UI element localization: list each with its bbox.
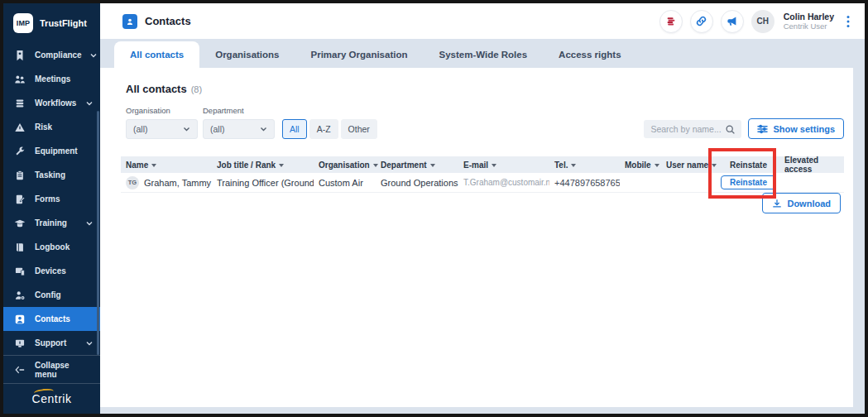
download-button[interactable]: Download (762, 193, 841, 213)
sidebar-item-label: Risk (35, 122, 52, 132)
sidebar-item-label: Logbook (35, 242, 70, 252)
filter-other-button[interactable]: Other (341, 119, 377, 139)
sidebar-item-contacts[interactable]: Contacts (3, 307, 100, 331)
show-settings-button[interactable]: Show settings (748, 118, 844, 139)
sort-caret-icon (492, 164, 496, 167)
training-cap-icon (13, 217, 26, 230)
tab-access-rights[interactable]: Access rights (543, 41, 636, 68)
tasking-clipboard-icon (13, 169, 26, 182)
cell-department: Ground Operations (376, 178, 458, 188)
sidebar-item-risk[interactable]: Risk (3, 115, 100, 139)
collapse-arrow-icon (13, 363, 26, 376)
sidebar-item-label: Forms (35, 194, 60, 204)
list-heading-count: (8) (191, 84, 202, 94)
header-actions: CH Colin Harley Centrik User (659, 10, 855, 33)
sidebar-item-tasking[interactable]: Tasking (3, 163, 100, 187)
department-filter: Department (all) (203, 106, 275, 139)
tab-organisations[interactable]: Organisations (199, 41, 295, 68)
collapse-menu-button[interactable]: Collapse menu (3, 355, 100, 383)
organisation-select-value: (all) (133, 124, 148, 134)
column-header-email[interactable]: E-mail (458, 161, 549, 170)
config-person-gear-icon (13, 289, 26, 302)
sidebar-item-label: Training (35, 218, 67, 228)
organisation-filter: Organisation (all) (126, 106, 198, 139)
sidebar-item-label: Compliance (35, 50, 82, 60)
page-title-wrap: Contacts (122, 14, 191, 29)
column-header-mobile[interactable]: Mobile (620, 161, 661, 170)
red-stripes-icon[interactable] (659, 10, 683, 33)
sidebar-item-label: Support (35, 338, 66, 348)
chevron-down-icon (260, 127, 267, 132)
sidebar-item-label: Contacts (35, 314, 70, 324)
forms-document-icon (13, 193, 26, 206)
column-header-organisation[interactable]: Organisation (314, 161, 376, 170)
risk-triangle-icon (13, 121, 26, 134)
sidebar-scrollbar[interactable] (97, 111, 99, 355)
chevron-down-icon (183, 127, 190, 132)
chevron-down-icon (90, 53, 97, 58)
sidebar-item-meetings[interactable]: Meetings (3, 67, 100, 91)
organisation-filter-label: Organisation (126, 106, 198, 115)
quick-filter-buttons: All A-Z Other (282, 119, 377, 139)
row-avatar: TG (126, 176, 139, 189)
sidebar-item-training[interactable]: Training (3, 211, 100, 235)
sidebar-item-config[interactable]: Config (3, 283, 100, 307)
sidebar-item-compliance[interactable]: Compliance (3, 43, 100, 67)
sidebar-item-label: Equipment (35, 146, 78, 156)
filter-all-button[interactable]: All (282, 119, 307, 139)
kebab-menu-icon[interactable] (842, 12, 855, 31)
column-header-name[interactable]: Name (121, 161, 212, 170)
user-name: Colin Harley (784, 12, 834, 22)
filter-az-button[interactable]: A-Z (309, 119, 338, 139)
reinstate-button[interactable]: Reinstate (721, 175, 776, 189)
sort-caret-icon (655, 164, 659, 167)
link-icon[interactable] (690, 10, 713, 33)
chevron-down-icon (86, 341, 93, 346)
devices-screen-icon (13, 265, 26, 278)
department-filter-label: Department (203, 106, 275, 115)
sidebar-item-workflows[interactable]: Workflows (3, 91, 100, 115)
cell-email: T.Graham@customair.net (458, 178, 549, 187)
organisation-select[interactable]: (all) (126, 119, 198, 139)
tab-primary-organisation[interactable]: Primary Organisation (295, 41, 424, 68)
user-avatar[interactable]: CH (751, 10, 774, 33)
sidebar-item-forms[interactable]: Forms (3, 187, 100, 211)
tab-system-wide-roles[interactable]: System-Wide Roles (423, 41, 543, 68)
column-header-tel[interactable]: Tel. (549, 161, 620, 170)
sidebar-item-logbook[interactable]: Logbook (3, 235, 100, 259)
column-header-user-name[interactable]: User name (661, 161, 717, 170)
sidebar-footer: Centrik (3, 383, 100, 414)
column-header-job-title[interactable]: Job title / Rank (212, 161, 314, 170)
table-row[interactable]: TG Graham, Tammy Training Officer (Groun… (121, 173, 844, 193)
download-icon (772, 199, 782, 208)
content-area: All contacts Organisations Primary Organ… (100, 39, 865, 414)
sidebar-item-equipment[interactable]: Equipment (3, 139, 100, 163)
list-heading: All contacts (8) (126, 83, 844, 95)
chevron-down-icon (86, 101, 93, 106)
tab-all-contacts[interactable]: All contacts (114, 41, 199, 68)
sidebar-item-label: Workflows (35, 98, 76, 108)
search-input[interactable] (650, 124, 725, 134)
top-header: Contacts CH Colin Harley Centrik User (100, 3, 865, 39)
search-icon[interactable] (725, 124, 736, 135)
sort-caret-icon (279, 164, 284, 167)
department-select[interactable]: (all) (203, 119, 275, 139)
column-header-department[interactable]: Department (376, 161, 458, 170)
table-header-row: Name Job title / Rank Organisation Depar… (121, 156, 844, 173)
sidebar-item-devices[interactable]: Devices (3, 259, 100, 283)
equipment-wrench-icon (13, 145, 26, 158)
sort-caret-icon (430, 164, 435, 167)
sidebar: IMP TrustFlight Compliance Meetings Work… (3, 3, 100, 414)
sidebar-item-support[interactable]: Support (3, 331, 100, 355)
contacts-table: Name Job title / Rank Organisation Depar… (121, 156, 844, 193)
sidebar-logo-row: IMP TrustFlight (3, 3, 100, 43)
brand-name: TrustFlight (40, 18, 87, 28)
sort-caret-icon (712, 164, 717, 167)
column-header-reinstate: Reinstate (717, 161, 779, 170)
user-role: Centrik User (784, 22, 834, 31)
centrik-logo: Centrik (32, 392, 72, 405)
cell-name: TG Graham, Tammy (121, 176, 212, 189)
imp-logo: IMP (13, 13, 33, 33)
cell-reinstate: Reinstate (717, 175, 779, 189)
announcement-megaphone-icon[interactable] (721, 10, 744, 33)
